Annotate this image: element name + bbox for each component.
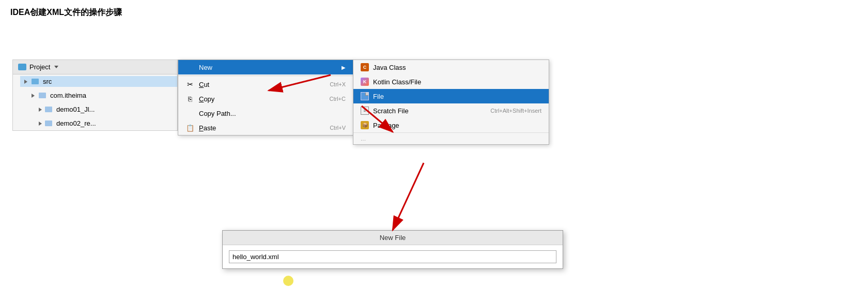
paste-shortcut: Ctrl+V (330, 125, 346, 131)
submenu-more: ... (353, 132, 549, 144)
scratch-icon: ≡ (361, 107, 369, 115)
kotlin-icon: K (361, 78, 369, 86)
new-file-dialog: New File (222, 230, 563, 269)
menu-item-new[interactable]: New ▶ (178, 60, 353, 74)
copy-path-label: Copy Path... (199, 110, 346, 117)
submenu-item-kotlin[interactable]: K Kotlin Class/File (353, 74, 549, 89)
demo02-folder-icon (45, 121, 52, 126)
folder-icon (18, 64, 26, 70)
expand-icon-com (32, 94, 35, 98)
submenu: C Java Class K Kotlin Class/File File ≡ … (353, 59, 549, 145)
demo01-folder-icon (45, 107, 52, 112)
demo02-label: demo02_re... (56, 119, 96, 127)
svg-line-3 (393, 163, 424, 230)
project-label: Project (29, 63, 50, 71)
com-label: com.itheima (50, 92, 86, 99)
submenu-item-java-class[interactable]: C Java Class (353, 60, 549, 74)
copy-icon: ⎘ (185, 95, 195, 103)
kotlin-label: Kotlin Class/File (373, 78, 421, 86)
expand-icon (24, 80, 27, 84)
cut-shortcut: Ctrl+X (330, 81, 346, 87)
cut-label: Cut (199, 81, 330, 88)
menu-item-copy-path[interactable]: Copy Path... (178, 106, 353, 121)
submenu-item-scratch[interactable]: ≡ Scratch File Ctrl+Alt+Shift+Insert (353, 103, 549, 118)
src-folder-icon (32, 79, 39, 84)
separator-1 (178, 76, 353, 76)
new-icon (185, 63, 195, 71)
cut-icon: ✂ (185, 80, 195, 88)
submenu-item-file[interactable]: File (353, 89, 549, 103)
package-icon: 📦 (361, 121, 369, 129)
java-class-label: Java Class (373, 64, 406, 71)
main-area: Project src com.itheima demo01_Jl... (0, 23, 868, 297)
menu-item-cut[interactable]: ✂ Cut Ctrl+X (178, 77, 353, 92)
file-label: File (373, 93, 384, 100)
copy-shortcut: Ctrl+C (330, 96, 346, 102)
paste-icon: 📋 (185, 124, 195, 132)
scratch-shortcut: Ctrl+Alt+Shift+Insert (490, 108, 541, 114)
context-menu: New ▶ ✂ Cut Ctrl+X ⎘ Copy Ctrl+C Copy Pa… (178, 59, 353, 136)
com-folder-icon (39, 93, 46, 98)
new-file-input[interactable] (229, 250, 556, 263)
src-label: src (43, 78, 52, 85)
java-class-icon: C (361, 63, 369, 71)
triangle-demo01 (39, 108, 42, 112)
tree-item-com[interactable]: com.itheima (13, 88, 177, 102)
submenu-arrow-icon: ▶ (342, 65, 346, 70)
page-title: IDEA创建XML文件的操作步骤 (0, 0, 868, 23)
submenu-item-package[interactable]: 📦 Package (353, 118, 549, 132)
package-label: Package (373, 122, 399, 129)
project-panel-header[interactable]: Project (13, 60, 177, 74)
dialog-title: New File (380, 234, 406, 242)
new-label: New (199, 64, 337, 71)
project-panel: Project src com.itheima demo01_Jl... (12, 59, 178, 131)
scratch-label: Scratch File (373, 107, 409, 115)
file-icon (361, 92, 369, 100)
tree-item-demo01[interactable]: demo01_Jl... (13, 102, 177, 116)
menu-item-paste[interactable]: 📋 Paste Ctrl+V (178, 121, 353, 135)
paste-label: Paste (199, 124, 330, 132)
menu-item-copy[interactable]: ⎘ Copy Ctrl+C (178, 92, 353, 106)
demo01-label: demo01_Jl... (56, 106, 95, 113)
tree-item-demo02[interactable]: demo02_re... (13, 116, 177, 130)
triangle-demo02 (39, 122, 42, 126)
tree-item-src[interactable]: src (13, 74, 177, 88)
copy-path-icon (185, 109, 195, 117)
cursor-dot (283, 276, 293, 286)
dialog-input-area (223, 245, 563, 268)
dialog-title-bar: New File (223, 231, 563, 245)
chevron-down-icon (54, 66, 58, 68)
copy-label: Copy (199, 95, 330, 103)
